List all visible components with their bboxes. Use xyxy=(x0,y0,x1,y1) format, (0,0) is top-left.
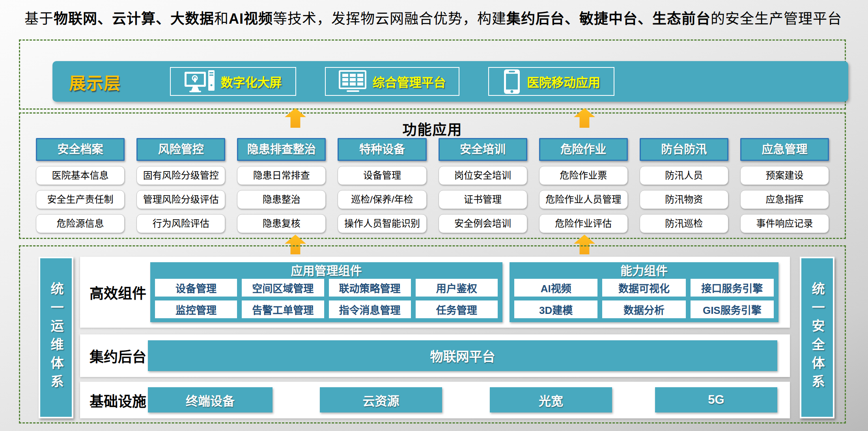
function-column-header: 应急管理 xyxy=(740,138,829,161)
component-box: 告警工单管理 xyxy=(242,300,324,318)
function-item: 隐患日常排查 xyxy=(237,166,326,185)
infra-box-terminal: 终端设备 xyxy=(148,387,273,412)
function-item: 预案建设 xyxy=(740,166,829,185)
function-item: 安全例会培训 xyxy=(439,214,527,233)
app-management-panel: 应用管理组件 设备管理 空间区域管理 联动策略管理 用户鉴权 监控管理 告警工单… xyxy=(150,262,502,322)
efficient-components-label: 高效组件 xyxy=(90,282,146,302)
grid-dashboard-icon xyxy=(339,70,367,93)
component-box: 指令消息管理 xyxy=(329,300,411,318)
function-column-header: 安全培训 xyxy=(439,138,527,161)
function-item: 应急指挥 xyxy=(740,190,829,209)
display-layer-label: 展示层 xyxy=(69,69,121,93)
function-item: 防汛人员 xyxy=(640,166,728,185)
function-column-header: 防台防汛 xyxy=(640,138,728,161)
backend-label: 集约后台 xyxy=(90,345,146,366)
component-box: 设备管理 xyxy=(155,279,237,297)
display-item-digital-screen: 数字化大屏 xyxy=(170,67,296,96)
function-column-header: 危险作业 xyxy=(539,138,628,161)
component-box: 联动策略管理 xyxy=(329,279,411,297)
function-layer-section: 功能应用 安全档案 医院基本信息 安全生产责任制 危险源信息 风险管控 固有风险… xyxy=(19,112,846,239)
component-box: AI视频 xyxy=(514,279,597,297)
touch-screen-monitor-icon xyxy=(185,70,215,93)
function-column-safety-archive: 安全档案 医院基本信息 安全生产责任制 危险源信息 xyxy=(36,138,125,233)
function-column-risk-control: 风险管控 固有风险分级管控 管理风险分级评估 行为风险评估 xyxy=(136,138,225,233)
function-item: 管理风险分级评估 xyxy=(136,190,225,209)
function-column-safety-training: 安全培训 岗位安全培训 证书管理 安全例会培训 xyxy=(439,138,527,233)
function-layer-title: 功能应用 xyxy=(20,118,845,139)
function-column-special-equipment: 特种设备 设备管理 巡检/保养/年检 操作人员智能识别 xyxy=(338,138,426,233)
function-column-header: 特种设备 xyxy=(338,138,426,161)
app-management-grid: 设备管理 空间区域管理 联动策略管理 用户鉴权 监控管理 告警工单管理 指令消息… xyxy=(155,279,498,318)
function-item: 巡检/保养/年检 xyxy=(338,190,426,209)
function-item: 固有风险分级管控 xyxy=(136,166,225,185)
infra-box-cloud: 云资源 xyxy=(320,387,442,412)
iot-platform-bar: 物联网平台 xyxy=(148,340,777,371)
component-box: 空间区域管理 xyxy=(242,279,324,297)
function-item: 操作人员智能识别 xyxy=(338,214,426,233)
function-item: 危险作业评估 xyxy=(539,214,628,233)
title-segment: 的安全生产管理平台 xyxy=(711,11,842,27)
function-column-typhoon-flood: 防台防汛 防汛人员 防汛物资 防汛巡检 xyxy=(640,138,728,233)
smartphone-icon xyxy=(502,69,521,94)
title-segment: 和 xyxy=(214,11,229,27)
function-item: 岗位安全培训 xyxy=(439,166,527,185)
backend-row: 集约后台 物联网平台 xyxy=(80,334,790,377)
capability-title: 能力组件 xyxy=(510,262,778,278)
function-item: 隐患复核 xyxy=(237,214,326,233)
app-management-title: 应用管理组件 xyxy=(150,262,502,278)
slide-canvas: 基于物联网、云计算、大数据和AI视频等技术，发挥物云网融合优势，构建集约后台、敏… xyxy=(0,0,868,431)
function-item: 危险作业人员管理 xyxy=(539,190,628,209)
function-item: 事件响应记录 xyxy=(740,214,829,233)
infrastructure-label: 基础设施 xyxy=(90,390,146,410)
function-column-dangerous-work: 危险作业 危险作业票 危险作业人员管理 危险作业评估 xyxy=(539,138,628,233)
function-item: 防汛巡检 xyxy=(640,214,728,233)
function-item: 安全生产责任制 xyxy=(36,190,125,209)
function-item: 防汛物资 xyxy=(640,190,728,209)
component-box: 用户鉴权 xyxy=(416,279,498,297)
display-layer-bar: 展示层 数字化大屏 xyxy=(52,61,848,102)
display-item-label: 医院移动应用 xyxy=(527,73,600,90)
component-box: 3D建模 xyxy=(514,300,597,318)
function-item: 证书管理 xyxy=(439,190,527,209)
function-column-hazard-inspection: 隐患排查整治 隐患日常排查 隐患整治 隐患复核 xyxy=(237,138,326,233)
page-title: 基于物联网、云计算、大数据和AI视频等技术，发挥物云网融合优势，构建集约后台、敏… xyxy=(24,7,842,28)
unified-ops-label: 统一运维体系 xyxy=(47,282,65,393)
component-box: 数据可视化 xyxy=(602,279,685,297)
function-column-emergency-management: 应急管理 预案建设 应急指挥 事件响应记录 xyxy=(740,138,829,233)
component-box: 数据分析 xyxy=(602,300,685,318)
display-item-management-platform: 综合管理平台 xyxy=(325,67,459,96)
unified-security-label: 统一安全体系 xyxy=(808,282,827,393)
function-item: 设备管理 xyxy=(338,166,426,185)
infra-box-5g: 5G xyxy=(655,387,777,412)
unified-ops-bar: 统一运维体系 xyxy=(39,257,73,418)
infrastructure-row: 基础设施 终端设备 云资源 光宽 5G xyxy=(80,382,790,418)
component-box: 任务管理 xyxy=(416,300,498,318)
function-item: 医院基本信息 xyxy=(36,166,125,185)
function-item: 危险作业票 xyxy=(539,166,628,185)
title-segment-bold: 物联网、云计算、大数据 xyxy=(54,11,214,27)
display-item-label: 数字化大屏 xyxy=(221,73,282,90)
infra-box-broadband: 光宽 xyxy=(490,387,612,412)
title-segment: 基于 xyxy=(24,11,54,27)
function-columns-grid: 安全档案 医院基本信息 安全生产责任制 危险源信息 风险管控 固有风险分级管控 … xyxy=(36,138,829,233)
function-column-header: 隐患排查整治 xyxy=(237,138,326,161)
display-item-mobile-app: 医院移动应用 xyxy=(488,67,614,96)
function-item: 隐患整治 xyxy=(237,190,326,209)
title-segment-bold: AI视频 xyxy=(229,11,273,27)
platform-layer-section: 统一运维体系 统一安全体系 高效组件 应用管理组件 设备管理 空间区域管理 联动… xyxy=(19,245,846,424)
title-segment-bold: 集约后台、敏捷中台、生态前台 xyxy=(506,11,711,27)
efficient-components-row: 高效组件 应用管理组件 设备管理 空间区域管理 联动策略管理 用户鉴权 监控管理… xyxy=(80,257,790,328)
title-segment: 等技术，发挥物云网融合优势，构建 xyxy=(273,11,506,27)
component-box: 监控管理 xyxy=(155,300,237,318)
function-item: 行为风险评估 xyxy=(136,214,225,233)
function-item: 危险源信息 xyxy=(36,214,125,233)
function-column-header: 安全档案 xyxy=(36,138,125,161)
display-layer-section: 展示层 数字化大屏 xyxy=(19,39,846,110)
component-box: 接口服务引擎 xyxy=(691,279,774,297)
capability-grid: AI视频 数据可视化 接口服务引擎 3D建模 数据分析 GIS服务引擎 xyxy=(514,279,774,318)
function-column-header: 风险管控 xyxy=(136,138,225,161)
display-item-label: 综合管理平台 xyxy=(373,73,446,90)
capability-panel: 能力组件 AI视频 数据可视化 接口服务引擎 3D建模 数据分析 GIS服务引擎 xyxy=(510,262,778,322)
component-box: GIS服务引擎 xyxy=(691,300,774,318)
unified-security-bar: 统一安全体系 xyxy=(800,257,834,418)
